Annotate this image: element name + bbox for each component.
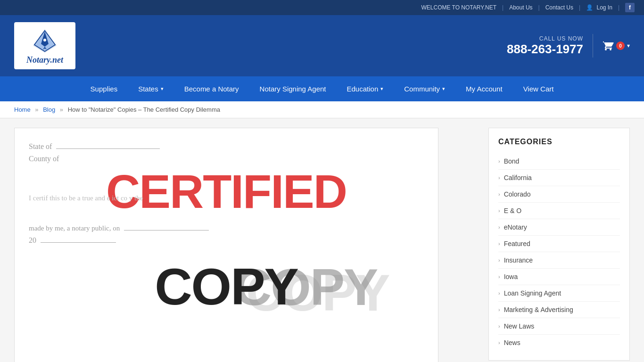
cart-dropdown-arrow: ▾ — [627, 42, 630, 49]
category-california[interactable]: › California — [498, 170, 620, 186]
states-chevron: ▾ — [161, 86, 164, 92]
content-area: State of County of CERTIFIED I certif th… — [14, 128, 474, 362]
category-colorado[interactable]: › Colorado — [498, 186, 620, 203]
breadcrumb: Home » Blog » How to "Notarize" Copies –… — [0, 101, 644, 118]
arrow-loan: › — [498, 290, 500, 296]
community-chevron: ▾ — [442, 86, 445, 92]
main-nav: Supplies States ▾ Become a Notary Notary… — [0, 76, 644, 101]
nav-become-notary[interactable]: Become a Notary — [174, 76, 249, 101]
category-bond[interactable]: › Bond — [498, 153, 620, 170]
call-number: 888-263-1977 — [507, 42, 583, 57]
logo-container: Notary.net — [14, 22, 75, 69]
arrow-new-laws: › — [498, 323, 500, 329]
cert-state-line: State of — [29, 142, 424, 151]
breadcrumb-sep2: » — [60, 106, 63, 113]
user-icon: 👤 — [586, 4, 593, 11]
categories-title: CATEGORIES — [498, 138, 620, 146]
breadcrumb-current: How to "Notarize" Copies – The Certified… — [68, 106, 220, 113]
nav-view-cart[interactable]: View Cart — [513, 76, 564, 101]
cert-true-text: I certif this to be a true and e ict co … — [29, 194, 367, 202]
arrow-featured: › — [498, 241, 500, 247]
welcome-text: WELCOME TO NOTARY.NET — [421, 4, 496, 11]
nav-community[interactable]: Community ▾ — [394, 76, 455, 101]
category-news[interactable]: › News — [498, 335, 620, 351]
category-marketing[interactable]: › Marketing & Advertising — [498, 302, 620, 318]
sep3: | — [579, 4, 580, 11]
breadcrumb-blog[interactable]: Blog — [43, 106, 55, 113]
top-bar: WELCOME TO NOTARY.NET | About Us | Conta… — [0, 0, 644, 15]
featured-image: State of County of CERTIFIED I certif th… — [14, 128, 438, 362]
arrow-marketing: › — [498, 307, 500, 313]
breadcrumb-home[interactable]: Home — [14, 106, 31, 113]
breadcrumb-sep1: » — [35, 106, 38, 113]
education-chevron: ▾ — [380, 86, 383, 92]
sidebar: CATEGORIES › Bond › California › Colorad… — [488, 128, 630, 362]
header-right: CALL US NOW 888-263-1977 0 ▾ — [507, 34, 630, 58]
category-insurance[interactable]: › Insurance — [498, 252, 620, 269]
contact-link[interactable]: Contact Us — [545, 4, 573, 11]
about-link[interactable]: About Us — [509, 4, 532, 11]
arrow-insurance: › — [498, 257, 500, 263]
category-eo[interactable]: › E & O — [498, 203, 620, 219]
arrow-news: › — [498, 340, 500, 346]
copy-main: COPY — [155, 256, 298, 316]
category-featured[interactable]: › Featured — [498, 236, 620, 252]
cert-made-by: made by me, a notary public, on — [29, 224, 424, 232]
arrow-iowa: › — [498, 274, 500, 280]
call-section: CALL US NOW 888-263-1977 — [507, 35, 583, 57]
category-loan-signing[interactable]: › Loan Signing Agent — [498, 285, 620, 302]
categories-box: CATEGORIES › Bond › California › Colorad… — [488, 128, 630, 361]
category-enotary[interactable]: › eNotary — [498, 219, 620, 236]
cert-county-line: County of — [29, 155, 424, 163]
arrow-colorado: › — [498, 191, 500, 197]
sep1: | — [502, 4, 504, 11]
nav-signing-agent[interactable]: Notary Signing Agent — [249, 76, 337, 101]
nav-education[interactable]: Education ▾ — [337, 76, 394, 101]
header-divider — [593, 34, 593, 58]
arrow-eo: › — [498, 208, 500, 214]
login-link[interactable]: 👤 Log In — [586, 4, 612, 11]
svg-point-3 — [43, 39, 46, 41]
main-container: State of County of CERTIFIED I certif th… — [0, 118, 644, 362]
copy-stamp-container: COPY COPY COPY — [29, 248, 424, 324]
sep2: | — [538, 4, 540, 11]
logo-box[interactable]: Notary.net — [14, 22, 75, 69]
facebook-icon: f — [625, 3, 635, 12]
cart-button[interactable]: 0 ▾ — [603, 40, 630, 51]
sep4: | — [618, 4, 619, 11]
arrow-enotary: › — [498, 224, 500, 230]
cart-badge: 0 — [616, 41, 625, 50]
header: Notary.net CALL US NOW 888-263-1977 0 ▾ — [0, 15, 644, 76]
nav-supplies[interactable]: Supplies — [80, 76, 128, 101]
category-new-laws[interactable]: › New Laws — [498, 318, 620, 335]
logo-text: Notary.net — [26, 55, 63, 65]
certificate-image: State of County of CERTIFIED I certif th… — [15, 128, 438, 362]
cart-icon — [603, 40, 614, 51]
certified-stamp: CERTIFIED — [29, 168, 424, 215]
logo-icon — [31, 27, 59, 55]
arrow-california: › — [498, 175, 500, 181]
facebook-link[interactable]: f — [625, 3, 635, 12]
call-label: CALL US NOW — [507, 35, 583, 42]
nav-my-account[interactable]: My Account — [455, 76, 513, 101]
cert-year: 20 — [29, 236, 424, 245]
category-iowa[interactable]: › Iowa — [498, 269, 620, 285]
nav-states[interactable]: States ▾ — [128, 76, 174, 101]
arrow-bond: › — [498, 158, 500, 164]
